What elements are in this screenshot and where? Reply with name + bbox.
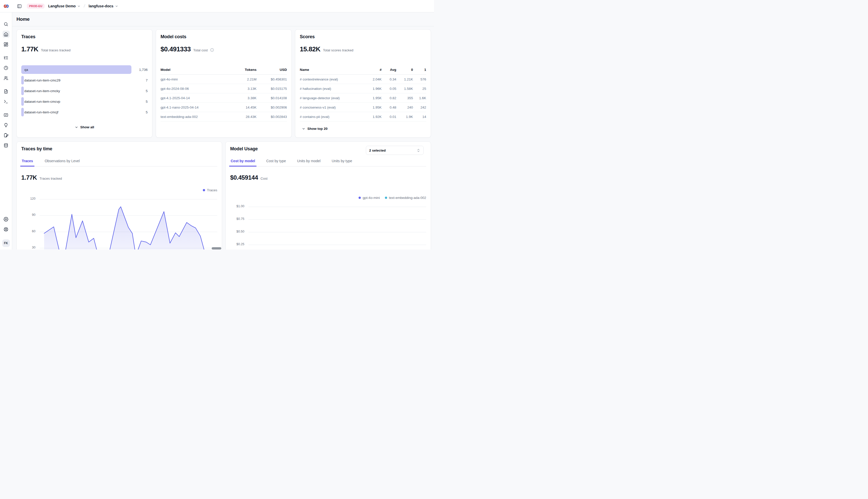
sidebar-item-dashboards[interactable] bbox=[2, 41, 10, 48]
traces-metric-label: Total traces tracked bbox=[41, 48, 70, 52]
model-usage-card: Model Usage 2 selected Cost by modelCost… bbox=[225, 142, 431, 250]
info-icon[interactable] bbox=[210, 48, 214, 52]
traces-by-time-tab-traces[interactable]: Traces bbox=[21, 157, 33, 166]
sidebar-item-annotation[interactable] bbox=[2, 132, 10, 139]
gridline bbox=[248, 232, 426, 232]
search-icon bbox=[3, 22, 8, 27]
model-selector[interactable]: 2 selected bbox=[366, 146, 424, 155]
sidebar-nav bbox=[2, 21, 10, 152]
langfuse-logo[interactable] bbox=[0, 3, 12, 9]
settings-icon bbox=[3, 217, 8, 222]
model-costs-metric: $0.491333 Total cost bbox=[160, 45, 214, 53]
legend-item-traces[interactable]: Traces bbox=[203, 188, 217, 192]
chevron-down-icon bbox=[115, 4, 118, 8]
horizontal-scrollbar-thumb[interactable] bbox=[212, 247, 221, 250]
scores-table-row: # contextrelevance (eval)2.04K0.341.21K5… bbox=[300, 75, 426, 84]
model-usage-tab-units-by-model[interactable]: Units by model bbox=[297, 157, 321, 166]
sessions-icon bbox=[3, 65, 8, 70]
datasets-icon bbox=[3, 143, 8, 148]
trace-bar-row[interactable]: qa1,736 bbox=[21, 65, 147, 74]
project-name: langfuse-docs bbox=[88, 4, 114, 8]
y-tick-label: $1.00 bbox=[230, 205, 244, 208]
model-selector-value: 2 selected bbox=[369, 148, 385, 152]
scores-table-row: # contains-pii (eval)1.92K0.011.9K14 bbox=[300, 112, 426, 121]
plot-area[interactable] bbox=[39, 196, 217, 250]
gridline bbox=[248, 219, 426, 220]
y-tick-label: $0.50 bbox=[230, 230, 244, 233]
trace-bar-label: dataset-run-item-cmcvp bbox=[24, 100, 60, 104]
trace-bar-label: qa bbox=[24, 68, 28, 72]
model-costs-table-row: text-embedding-ada-00228.43K$0.002843 bbox=[160, 112, 287, 121]
model-usage-tab-units-by-type[interactable]: Units by type bbox=[331, 157, 353, 166]
scores-table-header: Name#Avg01 bbox=[300, 65, 426, 75]
tracing-icon bbox=[3, 56, 8, 60]
environment-badge[interactable]: PROD-EU bbox=[27, 3, 45, 9]
trace-bar-value: 5 bbox=[146, 89, 147, 93]
breadcrumb-separator: / bbox=[83, 3, 85, 9]
dashboards-icon bbox=[3, 42, 8, 47]
sidebar-item-sessions[interactable] bbox=[2, 64, 10, 71]
model-costs-metric-label: Total cost bbox=[193, 48, 207, 52]
model-usage-tab-cost-by-type[interactable]: Cost by type bbox=[266, 157, 286, 166]
main: Home Traces 1.77K Total traces tracked q… bbox=[12, 12, 434, 250]
model-costs-table-header: ModelTokensUSD bbox=[160, 65, 287, 75]
trace-bar-row[interactable]: dataset-run-item-cmc297 bbox=[21, 76, 147, 85]
sidebar-bottom: FK bbox=[2, 216, 10, 247]
trace-bar-value: 5 bbox=[146, 100, 147, 104]
project-switcher[interactable]: langfuse-docs bbox=[88, 4, 118, 8]
sidebar-item-search[interactable] bbox=[2, 21, 10, 27]
sidebar-item-tracing[interactable] bbox=[2, 54, 10, 61]
legend-item-gpt-4o-mini[interactable]: gpt-4o-mini bbox=[358, 196, 380, 200]
sidebar-item-home[interactable] bbox=[2, 31, 10, 38]
model-costs-card: Model costs $0.491333 Total cost ModelTo… bbox=[156, 29, 292, 138]
sidebar-item-support[interactable] bbox=[2, 226, 10, 233]
chevrons-up-down-icon bbox=[417, 148, 420, 152]
content: Traces 1.77K Total traces tracked qa1,73… bbox=[12, 26, 434, 250]
panel-left-icon bbox=[17, 4, 22, 9]
model-usage-tabs: Cost by modelCost by typeUnits by modelU… bbox=[230, 157, 426, 167]
model-costs-table-row: gpt-4o-mini2.21M$0.456301 bbox=[160, 75, 287, 84]
trace-bar bbox=[21, 97, 24, 106]
legend-item-text-embedding-ada-002[interactable]: text-embedding-ada-002 bbox=[385, 196, 426, 200]
traces-metric-value: 1.77K bbox=[21, 45, 38, 53]
traces-by-time-tab-observations-by-level[interactable]: Observations by Level bbox=[44, 157, 80, 166]
sidebar-toggle-button[interactable] bbox=[16, 2, 23, 10]
traces-card: Traces 1.77K Total traces tracked qa1,73… bbox=[16, 29, 152, 138]
org-name: Langfuse Demo bbox=[48, 4, 76, 8]
org-switcher[interactable]: Langfuse Demo bbox=[48, 4, 81, 8]
sidebar-item-ideas[interactable] bbox=[2, 121, 10, 129]
model-costs-table-row: gpt-4o-2024-08-063.13K$0.015175 bbox=[160, 84, 287, 93]
home-icon bbox=[3, 32, 8, 37]
chevron-down-icon bbox=[77, 4, 81, 8]
trace-bar bbox=[21, 76, 24, 85]
show-top-20-button[interactable]: Show top 20 bbox=[299, 125, 330, 132]
sidebar-item-settings[interactable] bbox=[2, 216, 10, 223]
users-icon bbox=[3, 76, 8, 81]
series-area-Traces bbox=[44, 207, 206, 250]
y-tick-label: 60 bbox=[21, 230, 35, 233]
sidebar-item-datasets[interactable] bbox=[2, 142, 10, 149]
sidebar-item-users[interactable] bbox=[2, 74, 10, 82]
support-icon bbox=[3, 227, 8, 232]
trace-bar-label: dataset-run-item-cmcky bbox=[24, 89, 60, 93]
y-tick-label: 120 bbox=[21, 197, 35, 200]
trace-bar-value: 1,736 bbox=[139, 68, 147, 72]
sidebar-item-evaluation[interactable] bbox=[2, 111, 10, 119]
show-all-button[interactable]: Show all bbox=[72, 124, 97, 131]
legend-label: Traces bbox=[207, 188, 217, 192]
model-costs-card-title: Model costs bbox=[160, 34, 186, 39]
model-usage-tab-cost-by-model[interactable]: Cost by model bbox=[230, 157, 255, 166]
sidebar-item-playground[interactable] bbox=[2, 98, 10, 105]
trace-bar-label: dataset-run-item-cmc29 bbox=[24, 78, 60, 82]
traces-metric: 1.77K Total traces tracked bbox=[21, 45, 70, 53]
trace-bar-row[interactable]: dataset-run-item-cmcky5 bbox=[21, 87, 147, 95]
scores-card: Scores 15.82K Total scores tracked Name#… bbox=[295, 29, 431, 138]
sidebar-item-prompts[interactable] bbox=[2, 88, 10, 95]
trace-bar-row[interactable]: dataset-run-item-cmcjf5 bbox=[21, 108, 147, 117]
prompts-icon bbox=[3, 89, 8, 94]
avatar[interactable]: FK bbox=[2, 239, 10, 247]
traces-by-time-card: Traces by time TracesObservations by Lev… bbox=[16, 142, 222, 250]
trace-bar-row[interactable]: dataset-run-item-cmcvp5 bbox=[21, 97, 147, 106]
app-root: PROD-EU Langfuse Demo / langfuse-docs FK… bbox=[0, 0, 434, 250]
chevron-down-icon bbox=[302, 127, 305, 131]
